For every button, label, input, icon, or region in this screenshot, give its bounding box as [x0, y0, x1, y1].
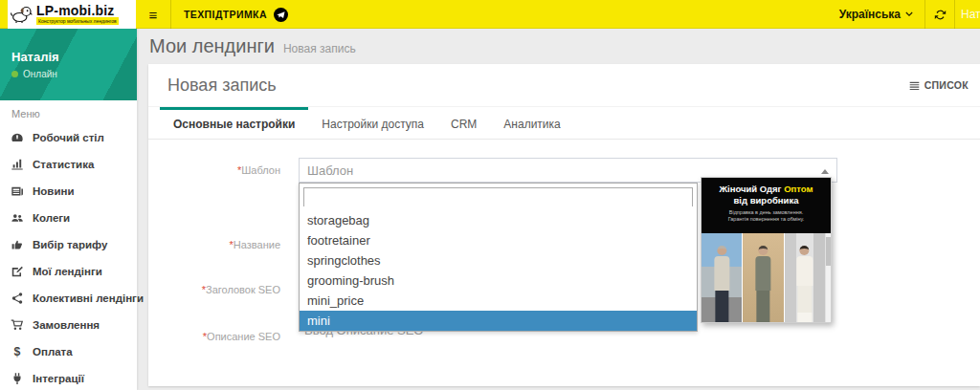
- sidebar-item-news[interactable]: Новини: [0, 178, 137, 205]
- user-menu[interactable]: Натал: [955, 0, 980, 29]
- preview-headline-accent: Оптом: [784, 184, 813, 194]
- sidebar-user-panel: Наталія Онлайн: [0, 29, 137, 100]
- online-status-icon: [11, 71, 18, 77]
- svg-text:$: $: [14, 345, 21, 358]
- card-title: Новая запись: [167, 76, 277, 96]
- dropdown-option-highlighted[interactable]: mini: [300, 311, 697, 331]
- share-icon: [11, 292, 24, 305]
- preview-headline: Жіночий Одяг Оптом: [702, 184, 831, 195]
- tech-support-label: ТЕХПІДТРИМКА: [184, 9, 267, 20]
- card-header: Новая запись список: [148, 64, 980, 107]
- refresh-icon: [934, 9, 947, 21]
- online-status-label: Онлайн: [23, 69, 57, 79]
- sidebar-item-dashboard[interactable]: Робочий стіл: [0, 124, 137, 151]
- page-title: Мои лендинги: [149, 35, 275, 57]
- preview-scrollbar[interactable]: [825, 233, 831, 322]
- dashboard-icon: [11, 131, 24, 144]
- user-menu-label: Натал: [961, 8, 980, 21]
- seo-description-field-label: *Описание SEO: [172, 331, 280, 342]
- sidebar-item-statistics[interactable]: Статистика: [0, 151, 137, 178]
- template-select-placeholder: Шаблон: [307, 163, 353, 178]
- list-button-label: список: [924, 79, 969, 91]
- sidebar-section-label: Меню: [0, 100, 137, 124]
- sidebar-user-status: Онлайн: [11, 69, 137, 79]
- record-card: Новая запись список Основные настройки Н…: [148, 64, 980, 386]
- select-arrow-icon: [821, 169, 829, 174]
- language-selector[interactable]: Українська: [828, 0, 924, 29]
- dropdown-option[interactable]: springclothes: [300, 250, 697, 271]
- dollar-icon: $: [11, 345, 24, 358]
- logo[interactable]: LP-mobi.biz Конструктор мобильных лендин…: [8, 0, 136, 29]
- plug-icon: [11, 372, 24, 385]
- news-icon: [11, 184, 24, 198]
- preview-headline-2: від виробника: [702, 195, 831, 206]
- dropdown-option[interactable]: storagebag: [300, 210, 697, 230]
- breadcrumb: Мои лендинги Новая запись: [137, 29, 980, 64]
- name-field-label: *Название: [172, 239, 280, 250]
- sidebar-item-tariff[interactable]: Вибір тарифу: [0, 231, 137, 258]
- logo-dog-icon: [11, 5, 33, 24]
- seo-title-field-label: *Заголовок SEO: [172, 284, 280, 295]
- dropdown-search: [303, 187, 693, 206]
- main-content: Мои лендинги Новая запись Новая запись с…: [137, 29, 980, 390]
- preview-photos: [702, 233, 825, 322]
- preview-photo-1: [702, 233, 742, 322]
- bar-chart-icon: [11, 158, 24, 171]
- sidebar-item-collective-landings[interactable]: Колективні лендінги: [0, 285, 137, 312]
- dropdown-search-input[interactable]: [304, 189, 692, 206]
- logo-subtitle: Конструктор мобильных лендингов: [36, 17, 119, 25]
- cart-icon: [11, 318, 24, 332]
- list-button[interactable]: список: [909, 79, 969, 91]
- sidebar-item-integrations[interactable]: Інтеграції: [0, 365, 137, 390]
- sidebar-item-orders[interactable]: Замовлення: [0, 312, 137, 338]
- sidebar-user-name: Наталія: [11, 50, 137, 64]
- sidebar-toggle-button[interactable]: ≡: [140, 0, 167, 29]
- sidebar-item-payment[interactable]: $ Оплата: [0, 338, 137, 365]
- preview-photo-3: [785, 233, 825, 322]
- sidebar-item-my-landings[interactable]: Мої лендінги: [0, 258, 137, 285]
- tab-crm[interactable]: CRM: [437, 107, 490, 139]
- preview-photo-2: [743, 233, 783, 322]
- template-field-label: *Шаблон: [172, 164, 280, 176]
- edit-icon: [11, 265, 24, 278]
- tech-support-link[interactable]: ТЕХПІДТРИМКА: [184, 0, 288, 29]
- language-label: Українська: [839, 8, 901, 21]
- refresh-button[interactable]: [924, 0, 955, 29]
- users-icon: [11, 211, 24, 225]
- preview-scrollbar-thumb[interactable]: [826, 237, 831, 266]
- breadcrumb-sub: Новая запись: [283, 42, 356, 55]
- preview-header: Жіночий Одяг Оптом від виробника Відправ…: [702, 178, 831, 233]
- tab-bar: Основные настройки Настройки доступа CRM…: [148, 107, 980, 140]
- sidebar: Наталія Онлайн Меню Робочий стіл Статист…: [0, 29, 137, 390]
- template-preview: Жіночий Одяг Оптом від виробника Відправ…: [701, 177, 832, 323]
- tab-analytics[interactable]: Аналитика: [490, 107, 573, 139]
- dropdown-option[interactable]: grooming-brush: [300, 271, 697, 291]
- chevron-down-icon: [905, 11, 913, 17]
- thumbs-up-icon: [11, 238, 24, 251]
- top-navbar: LP-mobi.biz Конструктор мобильных лендин…: [0, 0, 980, 29]
- list-icon: [909, 80, 920, 91]
- tab-access-settings[interactable]: Настройки доступа: [308, 107, 437, 139]
- tab-main-settings[interactable]: Основные настройки: [160, 107, 308, 139]
- dropdown-option[interactable]: mini_price: [300, 291, 697, 311]
- sidebar-item-colleagues[interactable]: Колеги: [0, 205, 137, 231]
- topbar-divider: [170, 0, 171, 29]
- template-dropdown: storagebag footretainer springclothes gr…: [299, 183, 698, 332]
- dropdown-option[interactable]: footretainer: [300, 230, 697, 250]
- preview-subline: Відправка в день замовлення. Гарантія по…: [702, 209, 831, 223]
- logo-title: LP-mobi.biz: [36, 5, 119, 17]
- telegram-icon: [274, 8, 288, 22]
